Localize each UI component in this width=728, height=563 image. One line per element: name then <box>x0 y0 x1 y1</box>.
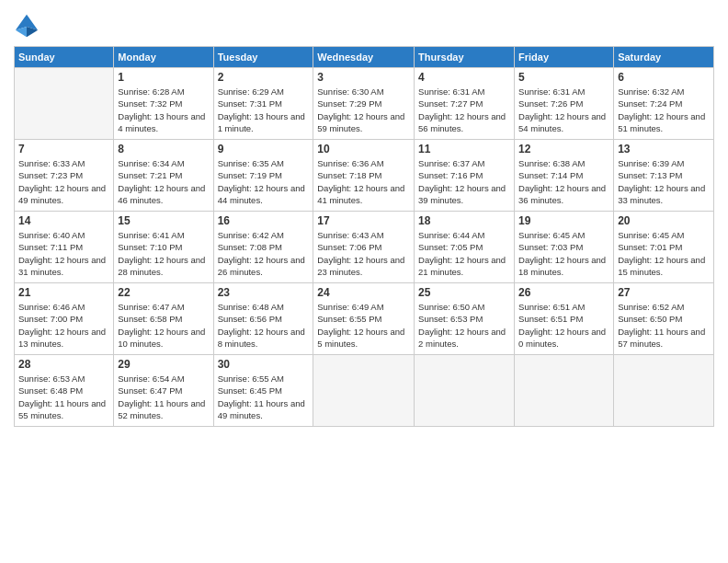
day-number: 14 <box>18 214 109 227</box>
calendar-cell: 5Sunrise: 6:31 AMSunset: 7:26 PMDaylight… <box>515 68 614 140</box>
day-info: Sunrise: 6:41 AMSunset: 7:10 PMDaylight:… <box>118 229 209 278</box>
day-number: 13 <box>618 143 710 155</box>
day-number: 12 <box>518 143 609 155</box>
week-row-2: 7Sunrise: 6:33 AMSunset: 7:23 PMDaylight… <box>15 140 714 212</box>
calendar-cell: 16Sunrise: 6:42 AMSunset: 7:08 PMDayligh… <box>213 212 313 283</box>
day-info: Sunrise: 6:45 AMSunset: 7:03 PMDaylight:… <box>518 229 609 278</box>
column-header-saturday: Saturday <box>614 47 714 68</box>
calendar-cell <box>614 355 714 427</box>
calendar-cell: 3Sunrise: 6:30 AMSunset: 7:29 PMDaylight… <box>313 68 415 140</box>
calendar-cell: 1Sunrise: 6:28 AMSunset: 7:32 PMDaylight… <box>114 68 213 140</box>
day-info: Sunrise: 6:43 AMSunset: 7:06 PMDaylight:… <box>317 229 410 278</box>
day-number: 22 <box>118 286 209 299</box>
day-info: Sunrise: 6:46 AMSunset: 7:00 PMDaylight:… <box>18 301 109 350</box>
day-info: Sunrise: 6:54 AMSunset: 6:47 PMDaylight:… <box>118 373 209 421</box>
column-header-sunday: Sunday <box>15 47 114 68</box>
day-info: Sunrise: 6:34 AMSunset: 7:21 PMDaylight:… <box>118 157 209 206</box>
day-number: 9 <box>218 143 310 155</box>
day-info: Sunrise: 6:33 AMSunset: 7:23 PMDaylight:… <box>18 157 109 206</box>
day-number: 17 <box>317 214 410 227</box>
day-number: 3 <box>317 71 410 84</box>
calendar-cell: 10Sunrise: 6:36 AMSunset: 7:18 PMDayligh… <box>313 140 415 212</box>
day-number: 4 <box>418 71 510 84</box>
day-info: Sunrise: 6:55 AMSunset: 6:45 PMDaylight:… <box>218 373 310 421</box>
day-number: 11 <box>418 143 510 155</box>
day-info: Sunrise: 6:45 AMSunset: 7:01 PMDaylight:… <box>618 229 710 278</box>
day-number: 2 <box>218 71 310 84</box>
calendar-cell: 28Sunrise: 6:53 AMSunset: 6:48 PMDayligh… <box>15 355 114 427</box>
calendar-cell <box>15 68 114 140</box>
day-info: Sunrise: 6:42 AMSunset: 7:08 PMDaylight:… <box>218 229 310 278</box>
day-number: 6 <box>618 71 710 84</box>
calendar-cell: 4Sunrise: 6:31 AMSunset: 7:27 PMDaylight… <box>415 68 515 140</box>
day-info: Sunrise: 6:53 AMSunset: 6:48 PMDaylight:… <box>18 373 109 421</box>
day-number: 1 <box>118 71 209 84</box>
calendar-cell: 26Sunrise: 6:51 AMSunset: 6:51 PMDayligh… <box>515 283 614 355</box>
calendar-cell: 12Sunrise: 6:38 AMSunset: 7:14 PMDayligh… <box>515 140 614 212</box>
calendar-cell: 6Sunrise: 6:32 AMSunset: 7:24 PMDaylight… <box>614 68 714 140</box>
calendar-cell: 18Sunrise: 6:44 AMSunset: 7:05 PMDayligh… <box>415 212 515 283</box>
calendar-table: SundayMondayTuesdayWednesdayThursdayFrid… <box>14 46 714 427</box>
day-number: 16 <box>218 214 310 227</box>
column-header-tuesday: Tuesday <box>213 47 313 68</box>
calendar-cell: 17Sunrise: 6:43 AMSunset: 7:06 PMDayligh… <box>313 212 415 283</box>
day-info: Sunrise: 6:30 AMSunset: 7:29 PMDaylight:… <box>317 86 410 134</box>
day-number: 25 <box>418 286 510 299</box>
calendar-cell: 22Sunrise: 6:47 AMSunset: 6:58 PMDayligh… <box>114 283 213 355</box>
calendar-cell: 30Sunrise: 6:55 AMSunset: 6:45 PMDayligh… <box>213 355 313 427</box>
calendar-cell: 11Sunrise: 6:37 AMSunset: 7:16 PMDayligh… <box>415 140 515 212</box>
day-info: Sunrise: 6:50 AMSunset: 6:53 PMDaylight:… <box>418 301 510 350</box>
day-info: Sunrise: 6:38 AMSunset: 7:14 PMDaylight:… <box>518 157 609 206</box>
day-info: Sunrise: 6:52 AMSunset: 6:50 PMDaylight:… <box>618 301 710 350</box>
column-header-wednesday: Wednesday <box>313 47 415 68</box>
day-info: Sunrise: 6:37 AMSunset: 7:16 PMDaylight:… <box>418 157 510 206</box>
day-number: 28 <box>18 358 109 371</box>
calendar-cell: 15Sunrise: 6:41 AMSunset: 7:10 PMDayligh… <box>114 212 213 283</box>
day-number: 5 <box>518 71 609 84</box>
day-number: 24 <box>317 286 410 299</box>
calendar-cell: 24Sunrise: 6:49 AMSunset: 6:55 PMDayligh… <box>313 283 415 355</box>
week-row-5: 28Sunrise: 6:53 AMSunset: 6:48 PMDayligh… <box>15 355 714 427</box>
calendar-cell: 2Sunrise: 6:29 AMSunset: 7:31 PMDaylight… <box>213 68 313 140</box>
day-number: 7 <box>18 143 109 155</box>
calendar-cell <box>313 355 415 427</box>
day-number: 29 <box>118 358 209 371</box>
header <box>14 9 714 39</box>
day-number: 30 <box>218 358 310 371</box>
day-info: Sunrise: 6:29 AMSunset: 7:31 PMDaylight:… <box>218 86 310 134</box>
day-number: 21 <box>18 286 109 299</box>
day-number: 15 <box>118 214 209 227</box>
day-info: Sunrise: 6:48 AMSunset: 6:56 PMDaylight:… <box>218 301 310 350</box>
day-info: Sunrise: 6:28 AMSunset: 7:32 PMDaylight:… <box>118 86 209 134</box>
calendar-cell: 29Sunrise: 6:54 AMSunset: 6:47 PMDayligh… <box>114 355 213 427</box>
header-row: SundayMondayTuesdayWednesdayThursdayFrid… <box>15 47 714 68</box>
day-number: 8 <box>118 143 209 155</box>
day-info: Sunrise: 6:47 AMSunset: 6:58 PMDaylight:… <box>118 301 209 350</box>
day-info: Sunrise: 6:40 AMSunset: 7:11 PMDaylight:… <box>18 229 109 278</box>
day-info: Sunrise: 6:35 AMSunset: 7:19 PMDaylight:… <box>218 157 310 206</box>
logo <box>14 13 43 39</box>
calendar-cell: 23Sunrise: 6:48 AMSunset: 6:56 PMDayligh… <box>213 283 313 355</box>
day-info: Sunrise: 6:44 AMSunset: 7:05 PMDaylight:… <box>418 229 510 278</box>
day-info: Sunrise: 6:51 AMSunset: 6:51 PMDaylight:… <box>518 301 609 350</box>
day-number: 26 <box>518 286 609 299</box>
calendar-cell: 25Sunrise: 6:50 AMSunset: 6:53 PMDayligh… <box>415 283 515 355</box>
week-row-4: 21Sunrise: 6:46 AMSunset: 7:00 PMDayligh… <box>15 283 714 355</box>
week-row-3: 14Sunrise: 6:40 AMSunset: 7:11 PMDayligh… <box>15 212 714 283</box>
column-header-friday: Friday <box>515 47 614 68</box>
day-info: Sunrise: 6:31 AMSunset: 7:27 PMDaylight:… <box>418 86 510 134</box>
calendar-cell <box>415 355 515 427</box>
calendar-cell: 21Sunrise: 6:46 AMSunset: 7:00 PMDayligh… <box>15 283 114 355</box>
calendar-cell: 8Sunrise: 6:34 AMSunset: 7:21 PMDaylight… <box>114 140 213 212</box>
calendar-cell: 27Sunrise: 6:52 AMSunset: 6:50 PMDayligh… <box>614 283 714 355</box>
calendar-cell: 20Sunrise: 6:45 AMSunset: 7:01 PMDayligh… <box>614 212 714 283</box>
calendar-cell: 13Sunrise: 6:39 AMSunset: 7:13 PMDayligh… <box>614 140 714 212</box>
calendar-cell: 19Sunrise: 6:45 AMSunset: 7:03 PMDayligh… <box>515 212 614 283</box>
calendar-cell: 7Sunrise: 6:33 AMSunset: 7:23 PMDaylight… <box>15 140 114 212</box>
day-info: Sunrise: 6:36 AMSunset: 7:18 PMDaylight:… <box>317 157 410 206</box>
day-info: Sunrise: 6:49 AMSunset: 6:55 PMDaylight:… <box>317 301 410 350</box>
day-number: 20 <box>618 214 710 227</box>
day-number: 19 <box>518 214 609 227</box>
day-number: 18 <box>418 214 510 227</box>
calendar-cell <box>515 355 614 427</box>
